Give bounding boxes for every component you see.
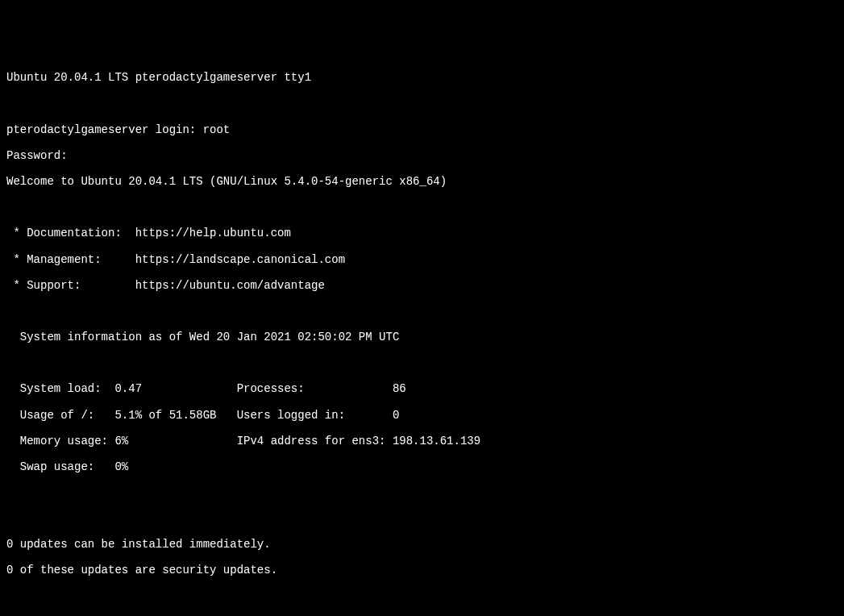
updates-line: 0 updates can be installed immediately.: [6, 538, 838, 551]
sysinfo-header: System information as of Wed 20 Jan 2021…: [6, 331, 838, 343]
memory-line: Memory usage: 6% IPv4 address for ens3: …: [6, 435, 838, 447]
blank-line: [6, 98, 838, 110]
welcome-line: Welcome to Ubuntu 20.04.1 LTS (GNU/Linux…: [6, 175, 838, 188]
password-line: Password:: [6, 149, 838, 162]
header-line: Ubuntu 20.04.1 LTS pterodactylgameserver…: [6, 71, 838, 84]
blank-line: [6, 486, 838, 499]
usage-line: Usage of /: 5.1% of 51.58GB Users logged…: [6, 409, 838, 422]
sysload-line: System load: 0.47 Processes: 86: [6, 382, 838, 395]
security-updates-line: 0 of these updates are security updates.: [6, 564, 838, 576]
swap-line: Swap usage: 0%: [6, 460, 838, 473]
blank-line: [6, 356, 838, 369]
blank-line: [6, 512, 838, 525]
login-line: pterodactylgameserver login: root: [6, 123, 838, 136]
blank-line: [6, 201, 838, 214]
blank-line: [6, 305, 838, 318]
mgmt-link-line: * Management: https://landscape.canonica…: [6, 253, 838, 266]
doc-link-line: * Documentation: https://help.ubuntu.com: [6, 227, 838, 239]
blank-line: [6, 590, 838, 603]
terminal[interactable]: Ubuntu 20.04.1 LTS pterodactylgameserver…: [6, 58, 838, 616]
support-link-line: * Support: https://ubuntu.com/advantage: [6, 279, 838, 292]
